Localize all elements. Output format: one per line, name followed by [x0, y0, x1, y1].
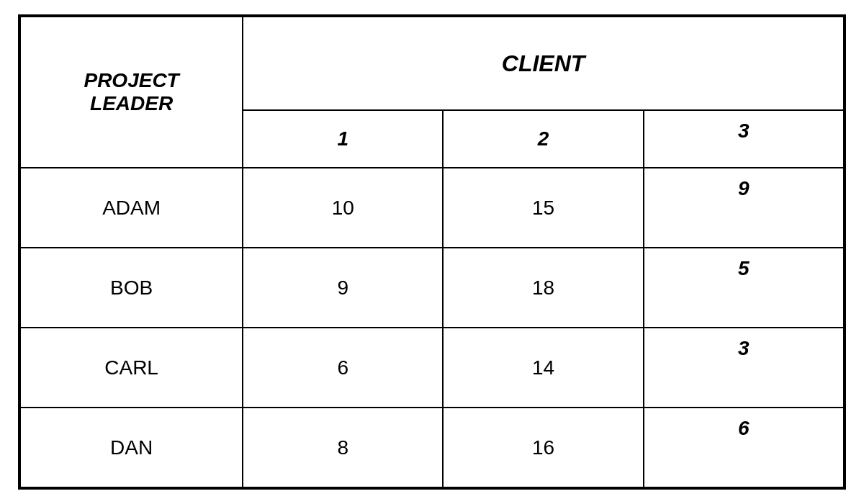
table-row: DAN 8 16 6	[20, 408, 844, 487]
col-header-client: CLIENT	[243, 17, 844, 110]
client-num-2-label: 2	[538, 127, 549, 150]
leader-name-bob: BOB	[20, 248, 243, 328]
cell-adam-c1: 10	[243, 168, 443, 248]
cell-carl-c1: 6	[243, 328, 443, 408]
client-num-3-label: 3	[738, 120, 750, 142]
col-header-client-1: 1	[243, 110, 443, 168]
client-label: CLIENT	[502, 50, 585, 76]
cell-adam-c2: 15	[443, 168, 643, 248]
cell-bob-c1: 9	[243, 248, 443, 328]
cell-dan-c1: 8	[243, 408, 443, 487]
col-header-project-leader: PROJECTLEADER	[20, 17, 243, 168]
table-row: CARL 6 14 3	[20, 328, 844, 408]
client-num-1-label: 1	[338, 127, 349, 150]
cell-dan-c2: 16	[443, 408, 643, 487]
col-header-client-2: 2	[443, 110, 643, 168]
project-leader-label: PROJECTLEADER	[84, 69, 179, 114]
leader-name-dan: DAN	[20, 408, 243, 487]
cell-carl-c3: 3	[644, 328, 844, 408]
cell-bob-c3: 5	[644, 248, 844, 328]
cell-carl-c2: 14	[443, 328, 643, 408]
leader-name-carl: CARL	[20, 328, 243, 408]
table-container: PROJECTLEADER CLIENT 1 2 3	[18, 14, 846, 490]
data-table: PROJECTLEADER CLIENT 1 2 3	[19, 16, 845, 488]
leader-name-adam: ADAM	[20, 168, 243, 248]
table-row: BOB 9 18 5	[20, 248, 844, 328]
col-header-client-3: 3	[644, 110, 844, 168]
cell-bob-c2: 18	[443, 248, 643, 328]
cell-dan-c3: 6	[644, 408, 844, 487]
cell-adam-c3: 9	[644, 168, 844, 248]
table-row: ADAM 10 15 9	[20, 168, 844, 248]
